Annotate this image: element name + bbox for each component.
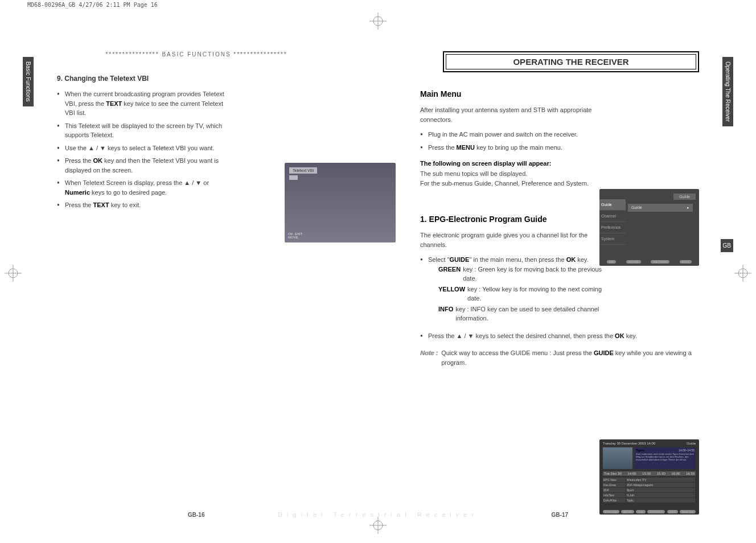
page-num-left: GB-16 (188, 512, 204, 518)
key-item: INFO key : INFO key can be used to see d… (438, 305, 602, 323)
page-num-right: GB-17 (552, 512, 568, 518)
next-day: Next Day (680, 510, 696, 513)
shot2-row: Guide ▸ (628, 204, 693, 212)
time-label: 16:30 (686, 472, 695, 475)
intro-epg: The electronic program guide gives you a… (420, 231, 602, 249)
program-cell: ZDF-Mittagsmagazin (626, 483, 695, 487)
time-label: 16:00 (671, 472, 680, 475)
after-text: The sub menu topics will be displayed. F… (420, 169, 602, 188)
list-item: Plug in the AC main power and switch on … (420, 130, 602, 139)
title-box: OPERATING THE RECEIVER (443, 51, 699, 72)
shot3-grid: EPG ViewWindsurfen ITVDas ErsteZDF-Mitta… (603, 478, 696, 507)
note-text: Quick way to access the GUIDE menu : Jus… (441, 348, 699, 367)
bot-button: Info (636, 510, 645, 513)
heading-teletext: 9. Changing the Teletext VBI (57, 75, 228, 83)
side-tab-right: Operating The Receiver (722, 57, 733, 126)
shot3-preview (603, 447, 632, 469)
bot-button: TV/RADIO (647, 510, 665, 513)
shot2-topbar: Guide (673, 194, 696, 200)
list-item: Use the ▲ / ▼ keys to select a Teletext … (57, 143, 228, 153)
registration-mark-icon (369, 517, 387, 534)
screenshot-epg: Tuesday 30 December 2003 14:00 Guide Tig… (599, 439, 699, 515)
program-cell: Topic (626, 498, 695, 503)
time-label: 15:00 (642, 472, 651, 475)
grid-row: Doku/KikaTopic (603, 498, 696, 503)
list-item: When Teletext Screen is display, press t… (57, 178, 228, 197)
grid-row: Info/TextN.Joh (603, 493, 696, 497)
heading-epg: 1. EPG-Electronic Program Guide (420, 215, 602, 224)
registration-mark-icon (369, 13, 387, 30)
channel-cell: Das Erste (603, 483, 626, 487)
shot-footer: OK EXIT MOVE (288, 232, 302, 239)
bot-button: MOVE (621, 510, 634, 513)
key-item: GREEN key : Green key is for moving back… (438, 265, 602, 283)
bullet-text: Select "GUIDE" in the main menu, then pr… (428, 256, 589, 263)
note-line: Note : Quick way to access the GUIDE men… (420, 348, 699, 367)
channel-cell: EPG View (603, 478, 626, 482)
note-label: Note : (420, 348, 438, 367)
program-cell: Sport (626, 488, 695, 492)
nav-item: Guide (599, 199, 626, 211)
grid-row: Das ErsteZDF-Mittagsmagazin (603, 483, 696, 487)
prog-title: Tigers (636, 449, 644, 452)
list-item: Press the OK key and then the Teletext V… (57, 156, 228, 175)
registration-mark-icon (734, 265, 751, 282)
footer-brand: Digital Terrestrial Receiver (278, 511, 478, 518)
time-label: 15:30 (657, 472, 665, 475)
shot-subbanner (289, 175, 298, 180)
channel-cell: Info/Text (603, 493, 626, 497)
side-tab-left: Basic Functions (23, 57, 34, 106)
list-item: Press the TEXT key to exit. (57, 200, 228, 210)
key-descriptions: GREEN key : Green key is for moving back… (438, 265, 602, 323)
chevron-right-icon: ▸ (687, 205, 689, 210)
channel-cell: ZDF (603, 488, 626, 492)
left-page: **************** BASIC FUNCTIONS *******… (34, 40, 359, 512)
shot-banner: Teletext VBI (289, 167, 317, 174)
list-item: Press the MENU key to bring up the main … (420, 143, 602, 153)
right-page: OPERATING THE RECEIVER Main Menu After i… (397, 40, 722, 512)
list-item: Select "GUIDE" in the main menu, then pr… (420, 255, 602, 323)
gb-tab: GB (721, 239, 733, 252)
shot3-botbar: Prev. DayMOVEInfoTV/RADIOEXITNext Day (602, 510, 697, 513)
channel-cell: Doku/Kika (603, 498, 626, 503)
list-item: Press the ▲ / ▼ keys to select the desir… (420, 331, 699, 341)
registration-mark-icon (5, 265, 22, 282)
time-label: 14:00 (627, 472, 636, 475)
intro-main-menu: After installing your antenna system and… (420, 105, 602, 124)
shot2-row-label: Guide (631, 205, 642, 210)
teletext-bullets: When the current broadcasting program pr… (57, 89, 228, 210)
date-label: Tue Dec 30 (604, 472, 622, 475)
heading-main-menu: Main Menu (420, 89, 602, 98)
bold-line: The following on screen display will app… (420, 160, 602, 167)
main-menu-bullets: Plug in the AC main power and switch on … (420, 130, 602, 152)
prog-time: 14:00–14:55 (679, 449, 695, 452)
key-item: YELLOW key : Yellow key is for moving to… (438, 285, 602, 303)
shot3-date: Tuesday 30 December 2003 14:00 (603, 442, 655, 445)
grid-row: EPG ViewWindsurfen ITV (603, 478, 696, 482)
list-item: When the current broadcasting program pr… (57, 89, 228, 118)
section-header: **************** BASIC FUNCTIONS *******… (57, 51, 336, 57)
shot3-info: Tigers 14:00–14:55 Zwei moderation nach … (635, 447, 696, 469)
shot3-title: Guide (687, 442, 696, 445)
epg-bullets-2: Press the ▲ / ▼ keys to select the desir… (420, 331, 699, 341)
shot3-daterow: Tue Dec 3014:0015:0015:3016:0016:30 (603, 471, 696, 476)
prog-desc: Zwei moderation nach leider wieder Tiger… (636, 452, 695, 462)
prev-day: Prev. Day (603, 510, 620, 513)
title-text: OPERATING THE RECEIVER (513, 57, 628, 67)
pdf-header: MD68-00296A_GB 4/27/06 2:11 PM Page 16 (27, 2, 158, 8)
epg-bullets: Select "GUIDE" in the main menu, then pr… (420, 255, 602, 323)
screenshot-teletext: Teletext VBI OK EXIT MOVE (285, 163, 396, 242)
grid-row: ZDFSport (603, 488, 696, 492)
program-cell: N.Joh (626, 493, 695, 497)
program-cell: Windsurfen ITV (626, 478, 695, 482)
bot-button: EXIT (667, 510, 678, 513)
spread: Basic Functions Operating The Receiver G… (0, 17, 756, 529)
list-item: This Teletext will be displayed to the s… (57, 121, 228, 140)
